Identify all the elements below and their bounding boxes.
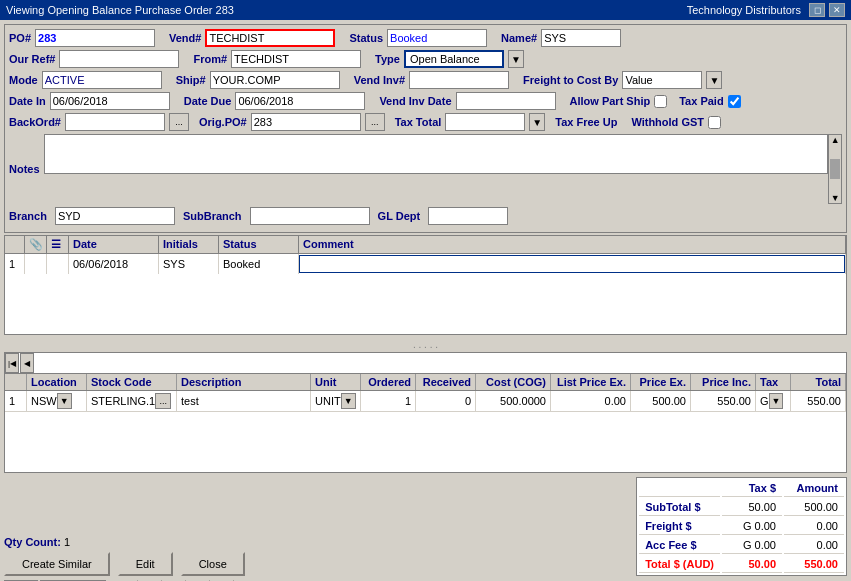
notes-textarea[interactable] bbox=[44, 134, 829, 174]
col-comment: Comment bbox=[299, 236, 846, 253]
type-input[interactable] bbox=[404, 50, 504, 68]
our-ref-input[interactable] bbox=[59, 50, 179, 68]
create-similar-button[interactable]: Create Similar bbox=[4, 552, 110, 576]
tax-free-up-label: Tax Free Up bbox=[555, 116, 617, 128]
data-grid-empty bbox=[5, 412, 846, 472]
tax-dropdown-1[interactable]: ▼ bbox=[769, 393, 784, 409]
from-input[interactable] bbox=[231, 50, 361, 68]
dg-col-list: List Price Ex. bbox=[551, 374, 631, 390]
type-label: Type bbox=[375, 53, 400, 65]
total-label: Total $ (AUD) bbox=[639, 556, 720, 573]
comment-1[interactable] bbox=[299, 254, 846, 274]
freight-type: G 0.00 bbox=[722, 518, 782, 535]
window-title: Viewing Opening Balance Purchase Order 2… bbox=[6, 4, 234, 16]
branch-label: Branch bbox=[9, 210, 47, 222]
orig-po-ellipsis[interactable]: ... bbox=[365, 113, 385, 131]
form-row-5: BackOrd# ... Orig.PO# ... Tax Total ▼ Ta… bbox=[9, 113, 842, 131]
status-label: Status bbox=[349, 32, 383, 44]
form-row-1: PO# Vend# Status Name# bbox=[9, 29, 842, 47]
dg-col-price-ex: Price Ex. bbox=[631, 374, 691, 390]
backord-input[interactable] bbox=[65, 113, 165, 131]
tax-total-input[interactable] bbox=[445, 113, 525, 131]
col-row-num bbox=[5, 236, 25, 253]
attachment-1 bbox=[25, 254, 47, 274]
edit-button[interactable]: Edit bbox=[118, 552, 173, 576]
dg-col-desc: Description bbox=[177, 374, 311, 390]
empty-rows bbox=[5, 274, 846, 334]
comment-input-1[interactable] bbox=[299, 255, 845, 273]
vend-inv-label: Vend Inv# bbox=[354, 74, 405, 86]
our-ref-label: Our Ref# bbox=[9, 53, 55, 65]
po-input[interactable] bbox=[35, 29, 155, 47]
dg-total-1: 550.00 bbox=[791, 391, 846, 411]
po-label: PO# bbox=[9, 32, 31, 44]
freight-tax-value: 0.00 bbox=[755, 520, 776, 532]
dg-location-1: NSW ▼ bbox=[27, 391, 87, 411]
date-in-input[interactable] bbox=[50, 92, 170, 110]
freight-input[interactable] bbox=[622, 71, 702, 89]
row-num-1: 1 bbox=[5, 254, 25, 274]
dg-col-ordered: Ordered bbox=[361, 374, 416, 390]
notes-label: Notes bbox=[9, 163, 40, 175]
subbranch-input[interactable] bbox=[250, 207, 370, 225]
amount-header: Amount bbox=[784, 480, 844, 497]
tax-paid-label: Tax Paid bbox=[679, 95, 723, 107]
form-row-4: Date In Date Due Vend Inv Date Allow Par… bbox=[9, 92, 842, 110]
unit-dropdown-1[interactable]: ▼ bbox=[341, 393, 356, 409]
dg-stock-1: STERLING.1 ... bbox=[87, 391, 177, 411]
withhold-gst-checkbox[interactable] bbox=[708, 116, 721, 129]
tax-paid-checkbox[interactable] bbox=[728, 95, 741, 108]
branch-input[interactable] bbox=[55, 207, 175, 225]
col-status: Status bbox=[219, 236, 299, 253]
comments-grid-header: 📎 ☰ Date Initials Status Comment bbox=[5, 236, 846, 254]
summary-table: Tax $ Amount SubTotal $ 50.00 500.00 Fre… bbox=[636, 477, 847, 576]
first-row-button[interactable]: |◀ bbox=[5, 353, 19, 373]
close-window-button[interactable]: ✕ bbox=[829, 3, 845, 17]
orig-po-input[interactable] bbox=[251, 113, 361, 131]
stock-ellipsis-1[interactable]: ... bbox=[155, 393, 171, 409]
date-due-input[interactable] bbox=[235, 92, 365, 110]
dg-col-unit: Unit bbox=[311, 374, 361, 390]
allow-part-ship-checkbox[interactable] bbox=[654, 95, 667, 108]
summary-section: Qty Count: 1 Create Similar Edit Close T… bbox=[4, 477, 847, 576]
date-1: 06/06/2018 bbox=[69, 254, 159, 274]
ship-label: Ship# bbox=[176, 74, 206, 86]
mode-input[interactable] bbox=[42, 71, 162, 89]
total-amount: 550.00 bbox=[784, 556, 844, 573]
form-row-2: Our Ref# From# Type ▼ bbox=[9, 50, 842, 68]
col-initials: Initials bbox=[159, 236, 219, 253]
vend-input[interactable] bbox=[205, 29, 335, 47]
subbranch-label: SubBranch bbox=[183, 210, 242, 222]
acc-fee-label: Acc Fee $ bbox=[639, 537, 720, 554]
dg-cost-1: 500.0000 bbox=[476, 391, 551, 411]
freight-dropdown[interactable]: ▼ bbox=[706, 71, 722, 89]
gl-dept-input[interactable] bbox=[428, 207, 508, 225]
data-grid-nav: |◀ ◀ bbox=[5, 353, 846, 373]
dg-unit-1: UNIT ▼ bbox=[311, 391, 361, 411]
notes-scrollbar[interactable]: ▲ ▼ bbox=[828, 134, 842, 204]
dg-price-inc-1: 550.00 bbox=[691, 391, 756, 411]
dg-price-ex-1: 500.00 bbox=[631, 391, 691, 411]
name-input[interactable] bbox=[541, 29, 621, 47]
backord-label: BackOrd# bbox=[9, 116, 61, 128]
prev-row-button[interactable]: ◀ bbox=[20, 353, 34, 373]
ship-input[interactable] bbox=[210, 71, 340, 89]
tax-total-dropdown[interactable]: ▼ bbox=[529, 113, 545, 131]
type-dropdown[interactable]: ▼ bbox=[508, 50, 524, 68]
vend-inv-date-input[interactable] bbox=[456, 92, 556, 110]
vend-inv-input[interactable] bbox=[409, 71, 509, 89]
title-bar: Viewing Opening Balance Purchase Order 2… bbox=[0, 0, 851, 20]
close-button[interactable]: Close bbox=[181, 552, 245, 576]
vend-inv-date-label: Vend Inv Date bbox=[379, 95, 451, 107]
qty-count-value: 1 bbox=[64, 536, 70, 548]
divider-dots: . . . . . bbox=[4, 337, 847, 352]
subtotal-amount: 500.00 bbox=[784, 499, 844, 516]
initials-1: SYS bbox=[159, 254, 219, 274]
dg-col-tax: Tax bbox=[756, 374, 791, 390]
location-dropdown-1[interactable]: ▼ bbox=[57, 393, 72, 409]
dg-desc-1: test bbox=[177, 391, 311, 411]
status-input[interactable] bbox=[387, 29, 487, 47]
dg-ordered-1: 1 bbox=[361, 391, 416, 411]
backord-ellipsis[interactable]: ... bbox=[169, 113, 189, 131]
restore-button[interactable]: ◻ bbox=[809, 3, 825, 17]
